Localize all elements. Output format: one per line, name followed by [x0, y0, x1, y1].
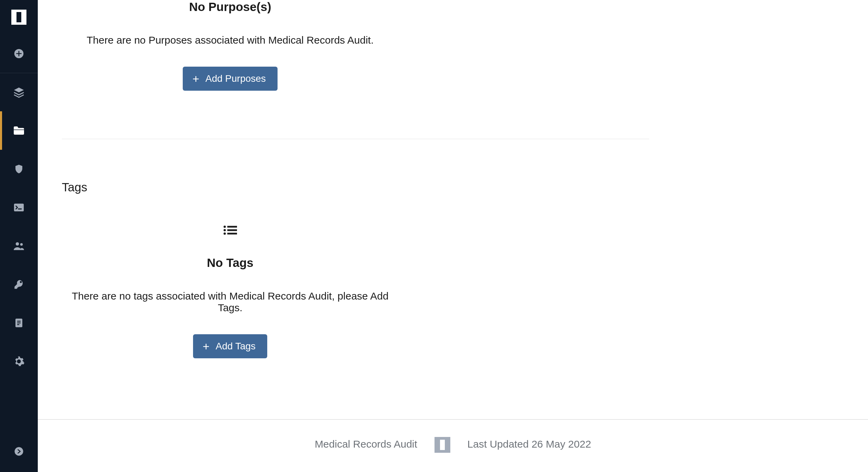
svg-rect-12 [227, 229, 237, 231]
layers-icon [13, 86, 25, 99]
terminal-icon [13, 201, 25, 214]
svg-rect-7 [17, 324, 19, 325]
gear-icon [13, 355, 25, 368]
sidebar-item-users[interactable] [0, 227, 38, 265]
purposes-empty-subtitle: There are no Purposes associated with Me… [87, 34, 373, 46]
folder-icon [13, 124, 25, 137]
plus-icon: + [192, 73, 199, 85]
svg-rect-6 [17, 323, 21, 324]
tags-heading: Tags [62, 180, 844, 194]
add-tags-button[interactable]: + Add Tags [193, 334, 267, 358]
svg-point-2 [16, 242, 19, 246]
purposes-section: No Purpose(s) There are no Purposes asso… [62, 0, 649, 139]
key-icon [13, 278, 25, 291]
svg-rect-14 [227, 233, 237, 235]
svg-point-3 [20, 243, 23, 246]
sidebar-item-layers[interactable] [0, 73, 38, 111]
add-purposes-label: Add Purposes [205, 73, 266, 84]
sidebar-item-keys[interactable] [0, 265, 38, 304]
sidebar-item-console[interactable] [0, 188, 38, 227]
svg-point-13 [224, 233, 226, 235]
footer-project-name: Medical Records Audit [315, 438, 417, 450]
sidebar-item-next[interactable] [0, 438, 38, 465]
logo-wrap [0, 0, 38, 34]
sidebar-item-settings[interactable] [0, 342, 38, 381]
sidebar-item-projects[interactable] [0, 111, 38, 150]
main-content: No Purpose(s) There are no Purposes asso… [38, 0, 868, 472]
people-icon [13, 240, 25, 252]
tags-empty-subtitle: There are no tags associated with Medica… [62, 290, 398, 314]
document-icon [13, 317, 25, 329]
svg-rect-10 [227, 226, 237, 228]
plus-icon: + [203, 340, 210, 352]
arrow-circle-icon [13, 445, 25, 458]
footer: Medical Records Audit Last Updated 26 Ma… [38, 419, 868, 472]
shield-icon [13, 163, 25, 175]
svg-point-11 [224, 229, 226, 232]
tags-empty-title: No Tags [207, 256, 253, 270]
footer-logo-icon [435, 437, 450, 453]
tags-section: Tags No Tags There are no tags associate… [62, 139, 844, 358]
app-logo[interactable] [11, 10, 26, 25]
add-tags-label: Add Tags [216, 341, 256, 352]
sidebar-item-reports[interactable] [0, 304, 38, 342]
svg-rect-5 [17, 321, 21, 322]
add-purposes-button[interactable]: + Add Purposes [183, 67, 278, 91]
plus-circle-icon [13, 47, 25, 60]
sidebar-item-security[interactable] [0, 150, 38, 188]
svg-rect-1 [14, 204, 24, 212]
footer-last-updated: Last Updated 26 May 2022 [467, 438, 591, 450]
svg-point-9 [224, 226, 226, 228]
sidebar [0, 0, 38, 472]
sidebar-item-add[interactable] [0, 34, 38, 73]
svg-point-8 [15, 447, 23, 456]
list-icon [223, 225, 237, 237]
purposes-empty-title: No Purpose(s) [189, 0, 271, 14]
